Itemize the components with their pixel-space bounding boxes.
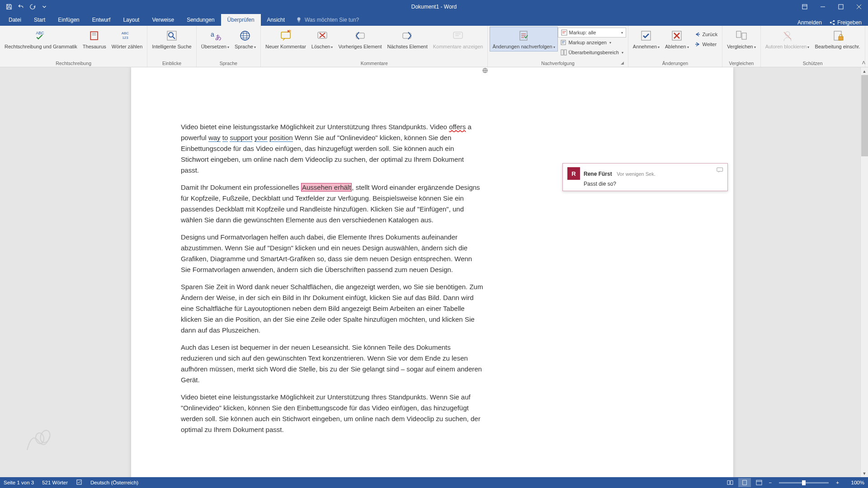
status-proofing-icon[interactable]: [76, 479, 82, 486]
svg-rect-1: [839, 5, 843, 9]
svg-rect-25: [564, 50, 566, 55]
zoom-slider-thumb[interactable]: [802, 480, 806, 485]
track-changes-icon: [517, 28, 530, 43]
table-insert-cursor[interactable]: [482, 67, 488, 74]
qat-customize[interactable]: [39, 1, 50, 12]
compare-button[interactable]: Vergleichen▾: [724, 27, 759, 52]
previous-comment-button[interactable]: Vorheriges Element: [335, 27, 384, 52]
block-authors-icon: [781, 28, 794, 43]
vertical-scrollbar[interactable]: ▲ ▼: [860, 67, 868, 477]
paragraph-3[interactable]: Designs und Formatvorlagen helfen auch d…: [181, 232, 484, 275]
svg-point-3: [833, 20, 835, 22]
share-button[interactable]: Freigeben: [829, 19, 862, 26]
new-comment-button[interactable]: ✶ Neuer Kommentar: [263, 27, 309, 52]
translate-button[interactable]: aあ Übersetzen▾: [198, 27, 232, 52]
collapse-ribbon-button[interactable]: ᐱ: [862, 60, 865, 65]
maximize-button[interactable]: [832, 0, 850, 14]
group-label-proofing: Rechtschreibung: [2, 60, 145, 67]
markup-display-selector[interactable]: Markup: alle ▾: [558, 28, 626, 38]
show-comments-button: Kommentare anzeigen: [430, 27, 486, 52]
tab-verweise[interactable]: Verweise: [146, 14, 180, 26]
scroll-thumb[interactable]: [861, 75, 868, 156]
svg-text:✶: ✶: [288, 29, 292, 34]
scroll-up-button[interactable]: ▲: [861, 67, 868, 75]
comment-time: Vor wenigen Sek.: [617, 171, 656, 177]
changes-back-button[interactable]: Zurück: [692, 29, 721, 39]
svg-text:a: a: [211, 31, 214, 38]
comment-highlight[interactable]: Aussehen erhält: [301, 183, 352, 192]
language-button[interactable]: Sprache▾: [232, 27, 259, 52]
tracking-dialog-launcher[interactable]: ◢: [620, 61, 625, 66]
scroll-down-button[interactable]: ▼: [861, 469, 868, 477]
svg-rect-33: [717, 168, 723, 171]
svg-rect-29: [742, 33, 746, 39]
web-layout-button[interactable]: [753, 478, 765, 487]
spelling-grammar-button[interactable]: ABC Rechtschreibung und Grammatik: [2, 27, 80, 52]
paragraph-1[interactable]: Video bietet eine leistungsstarke Möglic…: [181, 122, 484, 176]
group-label-comments: Kommentare: [263, 60, 486, 67]
read-mode-button[interactable]: [724, 478, 736, 487]
svg-rect-6: [90, 32, 98, 40]
minimize-button[interactable]: [814, 0, 832, 14]
pane-icon: [561, 49, 567, 56]
reviewing-pane-button[interactable]: Überarbeitungsbereich▾: [558, 47, 626, 57]
status-page[interactable]: Seite 1 von 3: [4, 480, 34, 485]
paragraph-5[interactable]: Auch das Lesen ist bequemer in der neuen…: [181, 342, 484, 385]
changes-next-button[interactable]: Weiter: [692, 39, 721, 49]
tab-layout[interactable]: Layout: [117, 14, 146, 26]
show-markup-button[interactable]: Markup anzeigen▾: [558, 38, 626, 47]
lock-icon: [831, 28, 844, 43]
close-button[interactable]: [850, 0, 868, 14]
delete-comment-button[interactable]: Löschen▾: [309, 27, 336, 52]
status-wordcount[interactable]: 521 Wörter: [42, 480, 68, 485]
group-label-changes: Änderungen: [630, 60, 720, 67]
comment-reply-button[interactable]: [717, 166, 724, 174]
compare-icon: [735, 28, 748, 43]
paragraph-6[interactable]: Video bietet eine leistungsstarke Möglic…: [181, 392, 484, 435]
svg-rect-40: [756, 480, 762, 485]
tellme-search[interactable]: Was möchten Sie tun?: [291, 14, 363, 26]
tab-ansicht[interactable]: Ansicht: [261, 14, 291, 26]
paragraph-2[interactable]: Damit Ihr Dokument ein professionelles A…: [181, 182, 484, 225]
tab-entwurf[interactable]: Entwurf: [86, 14, 117, 26]
document-page[interactable]: Video bietet eine leistungsstarke Möglic…: [131, 67, 733, 477]
signin-link[interactable]: Anmelden: [797, 19, 822, 26]
svg-rect-26: [642, 31, 651, 40]
zoom-slider[interactable]: [779, 482, 829, 483]
share-icon: [829, 19, 835, 26]
reject-button[interactable]: Ablehnen▾: [662, 27, 692, 52]
next-comment-button[interactable]: Nächstes Element: [384, 27, 430, 52]
restrict-editing-button[interactable]: Bearbeitung einschr.: [812, 27, 863, 52]
track-changes-button[interactable]: Änderungen nachverfolgen▾: [490, 27, 557, 52]
save-button[interactable]: [4, 1, 14, 12]
print-layout-button[interactable]: [738, 478, 751, 487]
thesaurus-button[interactable]: Thesaurus: [80, 27, 109, 52]
zoom-level[interactable]: 100%: [846, 480, 864, 485]
delete-comment-icon: [316, 28, 329, 43]
lightbulb-icon: [296, 17, 302, 23]
comment-card[interactable]: R Rene Fürst Vor wenigen Sek. Passt die …: [562, 163, 728, 191]
svg-rect-28: [736, 31, 741, 38]
tab-start[interactable]: Start: [28, 14, 52, 26]
ribbon-display-options[interactable]: [796, 0, 814, 14]
smart-lookup-button[interactable]: Intelligente Suche: [149, 27, 194, 52]
wordcount-button[interactable]: ABC123 Wörter zählen: [109, 27, 145, 52]
accept-button[interactable]: Annehmen▾: [630, 27, 662, 52]
book-icon: [88, 28, 101, 43]
tab-ueberpruefen[interactable]: Überprüfen: [221, 14, 261, 26]
paragraph-4[interactable]: Sparen Sie Zeit in Word dank neuer Schal…: [181, 282, 484, 336]
arrow-right-icon: [694, 41, 701, 47]
repeat-button[interactable]: [27, 1, 38, 12]
tab-datei[interactable]: Datei: [2, 14, 28, 26]
undo-button[interactable]: [15, 1, 26, 12]
zoom-out-button[interactable]: −: [767, 480, 774, 485]
avatar: R: [567, 167, 580, 180]
tab-einfuegen[interactable]: Einfügen: [52, 14, 85, 26]
svg-text:ABC: ABC: [36, 31, 44, 35]
svg-rect-39: [742, 480, 746, 485]
status-language[interactable]: Deutsch (Österreich): [90, 480, 138, 485]
zoom-in-button[interactable]: +: [834, 480, 841, 485]
svg-text:ABC: ABC: [122, 31, 129, 35]
comment-body[interactable]: Passt die so?: [584, 181, 723, 187]
tab-sendungen[interactable]: Sendungen: [180, 14, 221, 26]
